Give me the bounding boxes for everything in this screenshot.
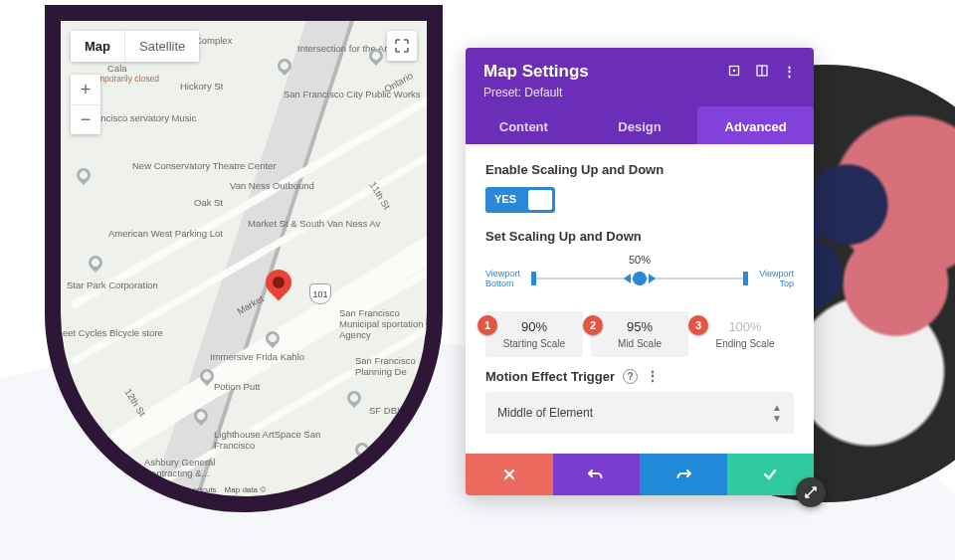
panel-body: Enable Scaling Up and Down YES Set Scali… bbox=[466, 144, 814, 454]
map-label: San Francisco Municipal sportation Agenc… bbox=[339, 307, 427, 340]
enable-scaling-label: Enable Scaling Up and Down bbox=[485, 162, 794, 177]
panel-header: Map Settings ⋮ Preset: Default Content D… bbox=[466, 48, 814, 144]
motion-trigger-value: Middle of Element bbox=[497, 406, 593, 420]
map-canvas[interactable]: Center for Complex Intersection for the … bbox=[61, 21, 427, 496]
help-icon[interactable]: ? bbox=[623, 369, 638, 384]
fullscreen-icon bbox=[395, 39, 409, 53]
settings-panel: Map Settings ⋮ Preset: Default Content D… bbox=[466, 48, 814, 495]
map-label: Immersive Frida Kahlo bbox=[210, 351, 304, 362]
map-zoom-in[interactable]: + bbox=[71, 75, 100, 104]
map-label: Lighthouse ArtSpace San Francisco bbox=[214, 429, 323, 451]
close-icon bbox=[502, 467, 516, 481]
slider-percent: 50% bbox=[629, 254, 651, 266]
expand-panel-button[interactable] bbox=[796, 477, 826, 507]
ending-scale-input[interactable]: 3 100% Ending Scale bbox=[696, 311, 794, 357]
starting-scale-input[interactable]: 1 90% Starting Scale bbox=[485, 311, 583, 357]
map-zoom-controls: + − bbox=[71, 75, 100, 134]
map-label: Francisco servatory Music bbox=[87, 112, 196, 123]
map-label: San Francisco Planning De bbox=[355, 355, 427, 377]
map-label: Market St & South Van Ness Av bbox=[248, 218, 380, 229]
map-zoom-out[interactable]: − bbox=[71, 104, 100, 134]
tab-advanced[interactable]: Advanced bbox=[697, 106, 814, 144]
motion-trigger-select[interactable]: Middle of Element ▲▼ bbox=[485, 392, 794, 434]
map-label: Star Park Corporation bbox=[67, 280, 158, 290]
slider-left-caption: Viewport Bottom bbox=[485, 270, 529, 289]
panel-tabs: Content Design Advanced bbox=[466, 109, 814, 144]
check-icon bbox=[762, 467, 778, 481]
panel-portability-icon[interactable] bbox=[727, 64, 741, 81]
map-label: Van Ness Outbound bbox=[230, 180, 314, 191]
map-label: eet Cycles Bicycle store bbox=[63, 327, 163, 338]
map-label: American West Parking Lot bbox=[108, 228, 223, 239]
map-data-copyright: Map data © bbox=[225, 485, 266, 494]
mid-scale-input[interactable]: 2 95% Mid Scale bbox=[591, 311, 688, 357]
map-shield-frame: Center for Complex Intersection for the … bbox=[45, 5, 443, 512]
slider-right-caption: Viewport Top bbox=[750, 270, 794, 289]
toggle-knob bbox=[528, 190, 552, 210]
map-keyboard-shortcuts[interactable]: Keyboard shortcuts bbox=[148, 485, 217, 494]
panel-preset[interactable]: Preset: Default bbox=[466, 86, 814, 109]
scale-inputs-row: 1 90% Starting Scale 2 95% Mid Scale 3 1… bbox=[485, 311, 794, 357]
undo-icon bbox=[588, 467, 604, 481]
panel-menu-icon[interactable]: ⋮ bbox=[783, 64, 796, 81]
map-label: Cala bbox=[107, 63, 127, 74]
map-label: Oak St bbox=[194, 197, 223, 208]
svg-point-1 bbox=[733, 69, 736, 72]
slider-thumb[interactable] bbox=[633, 272, 647, 285]
undo-button[interactable] bbox=[553, 454, 641, 495]
tab-design[interactable]: Design bbox=[582, 109, 698, 144]
panel-action-bar bbox=[466, 454, 814, 495]
map-label: Potion Putt bbox=[214, 381, 260, 392]
map-view-switch: Map Satellite bbox=[71, 31, 199, 62]
step-badge-3: 3 bbox=[688, 315, 708, 335]
tab-content[interactable]: Content bbox=[466, 109, 582, 144]
map-mode-map[interactable]: Map bbox=[71, 31, 124, 62]
route-shield-101: 101 bbox=[309, 283, 331, 304]
map-label: Ashbury General Contracting &... bbox=[144, 457, 234, 478]
ending-scale-value: 100% bbox=[702, 319, 788, 334]
map-label: San Francisco City Public Works bbox=[284, 89, 421, 99]
expand-icon bbox=[804, 485, 818, 499]
options-icon[interactable]: ⋮ bbox=[646, 372, 660, 380]
map-attribution: Keyboard shortcuts Map data © bbox=[148, 485, 266, 494]
starting-scale-label: Starting Scale bbox=[491, 338, 577, 349]
panel-help-icon[interactable] bbox=[755, 64, 769, 81]
motion-trigger-label: Motion Effect Trigger bbox=[485, 369, 615, 384]
enable-scaling-toggle[interactable]: YES bbox=[485, 187, 555, 213]
step-badge-1: 1 bbox=[478, 315, 497, 335]
map-label: Blue B bbox=[371, 457, 399, 467]
map-fullscreen-button[interactable] bbox=[387, 31, 417, 61]
panel-title: Map Settings bbox=[483, 62, 727, 82]
ending-scale-label: Ending Scale bbox=[702, 338, 788, 349]
mid-scale-label: Mid Scale bbox=[597, 338, 682, 349]
redo-button[interactable] bbox=[640, 454, 727, 495]
map-label: Hickory St bbox=[180, 81, 223, 92]
cancel-button[interactable] bbox=[466, 454, 553, 495]
map-mode-satellite[interactable]: Satellite bbox=[124, 31, 199, 62]
redo-icon bbox=[675, 467, 691, 481]
set-scaling-label: Set Scaling Up and Down bbox=[485, 229, 794, 244]
map-label: SF DBI bbox=[369, 405, 400, 416]
toggle-yes-label: YES bbox=[485, 187, 525, 213]
map-label: New Conservatory Theatre Center bbox=[132, 160, 277, 171]
chevron-updown-icon: ▲▼ bbox=[772, 402, 782, 424]
step-badge-2: 2 bbox=[583, 315, 603, 335]
viewport-slider[interactable]: 50% Viewport Bottom Viewport Top bbox=[485, 254, 794, 301]
mid-scale-value: 95% bbox=[597, 319, 682, 334]
starting-scale-value: 90% bbox=[491, 319, 577, 334]
